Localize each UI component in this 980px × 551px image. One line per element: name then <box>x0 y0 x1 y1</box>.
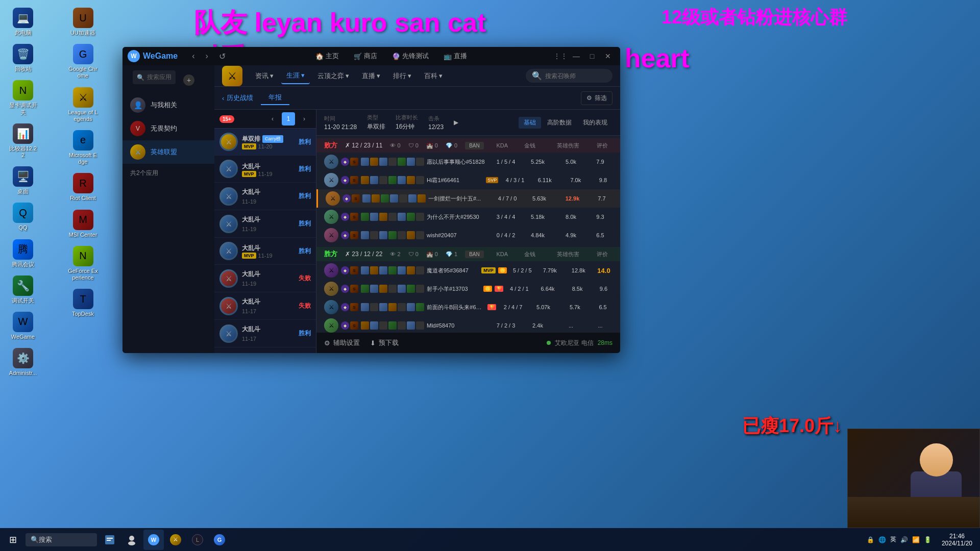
desktop-icon-tencent[interactable]: 腾 腾讯会议 <box>5 237 41 270</box>
taskbar-app-file[interactable] <box>100 530 120 550</box>
player-row-lose-1[interactable]: ⚔ ◆ S <box>316 153 620 171</box>
play-icon[interactable]: ▶ <box>454 119 458 126</box>
sidebar-add-button[interactable]: + <box>183 74 194 86</box>
win-team-header: 胜方 ✗ 23 / 12 / 22 👁 2 🛡 0 🏰 0 💎 1 BAN KD… <box>316 247 620 261</box>
desktop-icon-wegame[interactable]: W WeGame <box>5 309 41 343</box>
sidebar-search[interactable]: 🔍 搜索应用 <box>133 70 176 84</box>
ban-button-lose[interactable]: BAN <box>465 142 484 149</box>
assist-settings-button[interactable]: ⚙ 辅助设置 <box>324 338 360 347</box>
nav-search[interactable]: 🔍 <box>526 69 612 83</box>
topdesk-icon: T <box>73 289 93 309</box>
desktop-icon-riot[interactable]: R Riot Client <box>65 170 101 204</box>
page-prev-button[interactable]: ‹ <box>266 112 279 126</box>
match-item-3[interactable]: ⚔ 大乱斗 11-19 胜利 <box>214 183 316 210</box>
nav-forward-button[interactable]: › <box>202 51 212 62</box>
filter-button[interactable]: ⚙ 筛选 <box>581 91 612 105</box>
tab-pioneer[interactable]: 🔮 先锋测试 <box>386 49 435 63</box>
match-item-6[interactable]: ⚔ 大乱斗 11-19 失败 <box>214 265 316 292</box>
nav-back-button[interactable]: ‹ <box>188 51 199 62</box>
page-1-button[interactable]: 1 <box>282 112 295 126</box>
desktop-icon-qq[interactable]: Q QQ <box>5 200 41 234</box>
player-row-win-2[interactable]: ⚔ ◆ S <box>316 280 620 298</box>
page-next-button[interactable]: › <box>298 112 311 126</box>
nav-info[interactable]: 资讯 ▾ <box>250 68 279 84</box>
sidebar-item-related[interactable]: 👤 与我相关 <box>122 93 214 117</box>
nav-rank[interactable]: 排行 ▾ <box>388 68 416 84</box>
match-item-4[interactable]: ⚔ 大乱斗 11-19 胜利 <box>214 210 316 238</box>
maximize-button[interactable]: □ <box>585 49 599 63</box>
player-row-lose-3[interactable]: ⚔ ◆ S <box>316 189 620 208</box>
player-gold-w3: 5.07k <box>530 304 556 310</box>
history-tab-annual[interactable]: 年报 <box>261 91 289 105</box>
player-row-win-1[interactable]: ⚔ ◆ S <box>316 261 620 280</box>
start-button[interactable]: ⊞ <box>3 530 23 550</box>
taskbar-clock[interactable]: 21:46 2024/11/20 <box>937 533 977 547</box>
player-kda-w1: 5 / 2 / 5 <box>509 267 535 273</box>
tray-lang[interactable]: 英 <box>890 535 896 544</box>
match-avatar-8: ⚔ <box>219 324 238 343</box>
minimize-button[interactable]: — <box>569 49 583 63</box>
tab-live[interactable]: 📺 直播 <box>437 49 473 63</box>
item-4-7 <box>416 213 424 221</box>
predownload-button[interactable]: ⬇ 预下载 <box>370 338 399 347</box>
live-icon: 📺 <box>444 53 452 60</box>
settings-icon[interactable]: ⋮⋮ <box>553 49 568 63</box>
player-row-lose-5[interactable]: ⚔ ◆ S <box>316 226 620 244</box>
taskbar-app-browser[interactable]: G <box>209 530 230 550</box>
tab-basic[interactable]: 基础 <box>519 117 541 129</box>
desktop-icon-geforce[interactable]: N GeForce Experience <box>65 243 101 284</box>
desktop-icon-admin[interactable]: ⚙️ Administr... <box>5 345 41 379</box>
sidebar-item-lol[interactable]: ⚔ 英雄联盟 <box>122 140 214 164</box>
history-back-button[interactable]: ‹ 历史战绩 <box>222 93 253 103</box>
desktop-icon-recycle[interactable]: 🗑️ 回收站 <box>5 41 41 75</box>
desktop-icon-lol[interactable]: ⚔ League of Legends <box>65 85 101 125</box>
sidebar-item-valorant[interactable]: V 无畏契约 <box>122 117 214 140</box>
close-button[interactable]: ✕ <box>601 49 615 63</box>
match-item-7[interactable]: ⚔ 大乱斗 11-17 失败 <box>214 292 316 320</box>
match-item-8[interactable]: ⚔ 大乱斗 11-17 胜利 <box>214 320 316 347</box>
taskbar-app-lol[interactable]: ⚔ <box>165 530 186 550</box>
match-item-5[interactable]: ⚔ 大乱斗 MVP 11-19 胜利 <box>214 238 316 265</box>
geforce-icon: N <box>73 246 93 266</box>
nav-career[interactable]: 生涯 ▾ <box>281 68 310 84</box>
taskbar-search[interactable]: 🔍 搜索 <box>26 533 97 546</box>
desktop-icon-edge[interactable]: e Microsoft Edge <box>65 128 101 168</box>
debug-label: 调试开关 <box>12 297 34 304</box>
item-3-6 <box>408 194 416 203</box>
item-w1-7 <box>416 266 424 274</box>
desktop-icon-chrome[interactable]: G Google Chrome <box>65 41 101 82</box>
taskbar-app-lol2[interactable]: L <box>187 530 208 550</box>
desktop-icon-computer[interactable]: 💻 此电脑 <box>5 5 41 39</box>
nav-refresh-button[interactable]: ↺ <box>215 51 230 62</box>
match-item-2[interactable]: ⚔ 大乱斗 MVP 11-19 胜利 <box>214 156 316 183</box>
nav-search-input[interactable] <box>545 72 606 80</box>
desktop-icon-debug[interactable]: 🔧 调试开关 <box>5 273 41 307</box>
taskbar-app-wegame[interactable]: W <box>143 530 164 550</box>
nav-stream[interactable]: 直播 ▾ <box>357 68 385 84</box>
player-kda-5: 0 / 4 / 2 <box>491 232 521 238</box>
nav-tft[interactable]: 云顶之弈 ▾ <box>312 68 354 84</box>
nav-wiki[interactable]: 百科 ▾ <box>419 68 448 84</box>
desktop-icon-msi[interactable]: M MSI Center <box>65 207 101 241</box>
tab-advanced[interactable]: 高阶数据 <box>542 117 577 129</box>
player-row-win-3[interactable]: ⚔ ◆ S <box>316 298 620 316</box>
match-info-3: 大乱斗 11-19 <box>242 187 295 206</box>
ban-button-win[interactable]: BAN <box>465 251 484 258</box>
desktop-icon-topdesk[interactable]: T TopDesk <box>65 286 101 320</box>
player-row-lose-4[interactable]: ⚔ ◆ S <box>316 208 620 226</box>
taskbar-app-person[interactable] <box>121 530 142 550</box>
svg-rect-2 <box>107 540 111 541</box>
player-row-win-4[interactable]: ⚔ ◆ S <box>316 316 620 333</box>
tab-performance[interactable]: 我的表现 <box>578 117 612 129</box>
desktop-icon-desktop[interactable]: 🖥️ 桌面 <box>5 164 41 197</box>
match-item-1[interactable]: ⚔ 单双排 Carry榜 MVP 11-20 <box>214 129 316 156</box>
item-5-1 <box>361 231 369 239</box>
desktop-icon-compare[interactable]: 📊 比较器12.22 <box>5 121 41 161</box>
tray-icon-5: 🔋 <box>924 536 932 543</box>
desktop-icon-uu[interactable]: U UU加速器 <box>65 5 101 39</box>
player-row-lose-2[interactable]: ⚔ ◆ S <box>316 171 620 189</box>
tab-store[interactable]: 🛒 商店 <box>348 49 383 63</box>
tab-home[interactable]: 🏠 主页 <box>309 49 345 63</box>
desktop-icon-gpu[interactable]: N 显卡调试开关 <box>5 78 41 118</box>
mvp-badge-w1: MVP <box>481 267 496 273</box>
